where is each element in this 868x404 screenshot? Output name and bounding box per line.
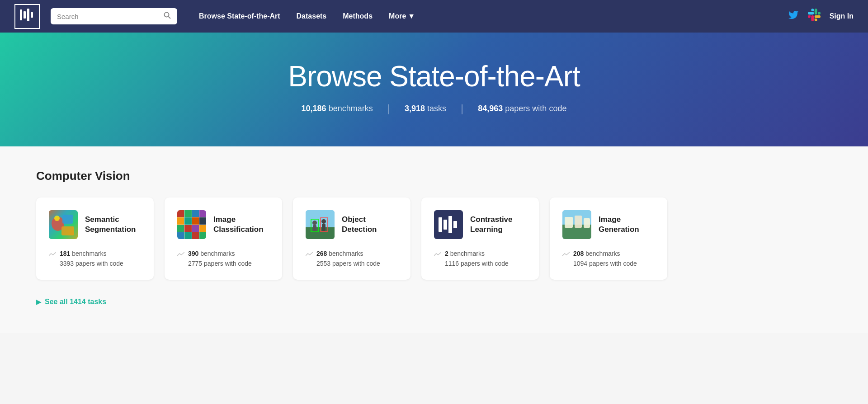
main-content: Computer Vision Semantic Segmentation — [0, 146, 868, 333]
card-thumbnail — [434, 210, 463, 239]
benchmarks-row: 268 benchmarks — [306, 250, 398, 257]
svg-rect-3 — [31, 12, 33, 18]
svg-rect-27 — [575, 216, 582, 228]
svg-point-10 — [54, 216, 60, 221]
card-title: Image Generation — [599, 215, 655, 235]
papers-row: 2553 papers with code — [306, 260, 398, 267]
trend-icon — [434, 250, 441, 257]
nav-methods[interactable]: Methods — [343, 12, 373, 20]
nav-right: Sign In — [788, 9, 854, 24]
card-thumbnail — [562, 210, 591, 239]
papers-row: 2775 papers with code — [177, 260, 269, 267]
benchmarks-value: 390 benchmarks — [188, 250, 235, 257]
logo[interactable] — [14, 4, 40, 29]
chevron-right-icon: ▶ — [36, 298, 41, 305]
benchmarks-stat: 10,186 benchmarks — [302, 104, 373, 113]
svg-point-4 — [165, 13, 169, 17]
nav-datasets[interactable]: Datasets — [297, 12, 327, 20]
svg-rect-23 — [453, 221, 457, 228]
benchmarks-value: 208 benchmarks — [573, 250, 620, 257]
see-all-link[interactable]: ▶ See all 1414 tasks — [36, 298, 106, 306]
nav-links: Browse State-of-the-Art Datasets Methods… — [199, 12, 777, 20]
card-contrastive-learning[interactable]: Contrastive Learning 2 benchmarks 1116 p… — [421, 197, 539, 280]
svg-rect-12 — [306, 210, 335, 227]
svg-rect-21 — [443, 220, 447, 230]
svg-point-16 — [321, 219, 326, 224]
benchmarks-value: 268 benchmarks — [316, 250, 363, 257]
chevron-down-icon: ▼ — [408, 12, 415, 20]
card-stats: 2 benchmarks 1116 papers with code — [434, 250, 526, 267]
card-semantic-segmentation[interactable]: Semantic Segmentation 181 benchmarks 339… — [36, 197, 154, 280]
benchmarks-value: 2 benchmarks — [445, 250, 485, 257]
section-title-computer-vision: Computer Vision — [36, 169, 832, 183]
papers-value: 2775 papers with code — [177, 260, 252, 267]
papers-value: 1116 papers with code — [434, 260, 509, 267]
benchmarks-row: 2 benchmarks — [434, 250, 526, 257]
benchmarks-value: 181 benchmarks — [60, 250, 107, 257]
trend-icon — [562, 250, 570, 257]
card-thumbnail — [177, 210, 206, 239]
svg-rect-28 — [584, 218, 590, 228]
cards-grid: Semantic Segmentation 181 benchmarks 339… — [36, 197, 832, 280]
papers-row: 3393 papers with code — [49, 260, 141, 267]
card-thumbnail — [306, 210, 335, 239]
papers-row: 1094 papers with code — [562, 260, 655, 267]
papers-stat: 84,963 papers with code — [478, 104, 566, 113]
trend-icon — [49, 250, 56, 257]
svg-rect-22 — [448, 216, 452, 233]
card-header: Contrastive Learning — [434, 210, 526, 239]
navbar: Browse State-of-the-Art Datasets Methods… — [0, 0, 868, 33]
card-header: Image Classification — [177, 210, 269, 239]
svg-rect-8 — [62, 215, 73, 224]
card-header: Object Detection — [306, 210, 398, 239]
card-header: Semantic Segmentation — [49, 210, 141, 239]
search-icon — [164, 12, 171, 21]
card-stats: 390 benchmarks 2775 papers with code — [177, 250, 269, 267]
papers-value: 1094 papers with code — [562, 260, 637, 267]
svg-rect-13 — [306, 227, 335, 239]
card-title: Semantic Segmentation — [85, 215, 141, 235]
svg-point-14 — [312, 221, 317, 225]
svg-rect-17 — [322, 224, 326, 231]
svg-rect-2 — [27, 9, 29, 21]
svg-rect-20 — [439, 217, 442, 232]
card-stats: 181 benchmarks 3393 papers with code — [49, 250, 141, 267]
card-stats: 208 benchmarks 1094 papers with code — [562, 250, 655, 267]
benchmarks-row: 181 benchmarks — [49, 250, 141, 257]
svg-rect-0 — [20, 9, 22, 20]
trend-icon — [177, 250, 184, 257]
sign-in-button[interactable]: Sign In — [830, 12, 854, 20]
svg-rect-15 — [313, 225, 316, 231]
tasks-stat: 3,918 tasks — [405, 104, 446, 113]
nav-more[interactable]: More ▼ — [389, 12, 415, 20]
search-box[interactable] — [51, 8, 177, 24]
svg-rect-9 — [61, 226, 74, 235]
card-image-classification[interactable]: Image Classification 390 benchmarks 2775… — [165, 197, 282, 280]
card-title: Image Classification — [213, 215, 269, 235]
benchmarks-row: 208 benchmarks — [562, 250, 655, 257]
see-all-label: See all 1414 tasks — [45, 298, 106, 306]
twitter-icon[interactable] — [788, 9, 799, 23]
trend-icon — [306, 250, 313, 257]
search-input[interactable] — [57, 13, 160, 20]
svg-rect-26 — [565, 217, 573, 228]
card-title: Object Detection — [342, 215, 398, 235]
card-header: Image Generation — [562, 210, 655, 239]
papers-value: 2553 papers with code — [306, 260, 380, 267]
svg-line-5 — [169, 17, 171, 19]
hero-stats: 10,186 benchmarks | 3,918 tasks | 84,963… — [18, 102, 850, 115]
card-title: Contrastive Learning — [470, 215, 526, 235]
papers-value: 3393 papers with code — [49, 260, 123, 267]
card-object-detection[interactable]: Object Detection 268 benchmarks 2553 pap… — [293, 197, 410, 280]
papers-row: 1116 papers with code — [434, 260, 526, 267]
slack-icon[interactable] — [808, 9, 821, 24]
card-image-generation[interactable]: Image Generation 208 benchmarks 1094 pap… — [550, 197, 667, 280]
card-thumbnail — [49, 210, 78, 239]
svg-rect-1 — [24, 11, 26, 19]
hero-title: Browse State-of-the-Art — [18, 60, 850, 93]
card-stats: 268 benchmarks 2553 papers with code — [306, 250, 398, 267]
nav-browse[interactable]: Browse State-of-the-Art — [199, 12, 280, 20]
hero-section: Browse State-of-the-Art 10,186 benchmark… — [0, 33, 868, 146]
benchmarks-row: 390 benchmarks — [177, 250, 269, 257]
